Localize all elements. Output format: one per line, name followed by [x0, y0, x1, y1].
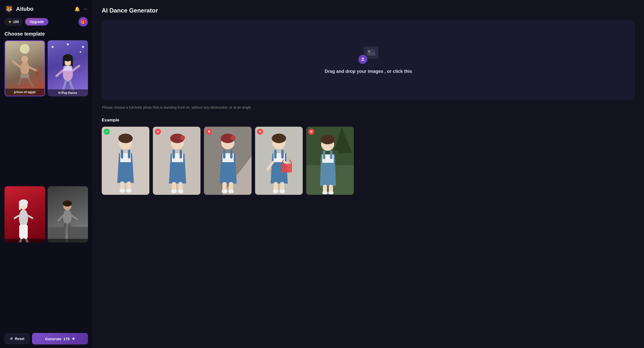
svg-rect-77 — [230, 150, 233, 159]
svg-text:🐯: 🐯 — [6, 6, 12, 12]
svg-point-26 — [19, 209, 28, 227]
generate-label: Generate — [45, 337, 61, 341]
template-card-1[interactable]: prince of egypt — [5, 40, 45, 96]
svg-rect-86 — [274, 150, 277, 159]
svg-line-24 — [70, 81, 73, 90]
example-card-3: ✕ — [204, 127, 252, 195]
svg-line-41 — [58, 216, 63, 221]
example-section: Example — [102, 118, 635, 195]
svg-rect-76 — [223, 150, 226, 159]
app-title: Aitubo — [16, 6, 72, 12]
svg-point-84 — [272, 134, 286, 143]
generate-star-icon: ★ — [72, 336, 75, 341]
svg-point-13 — [67, 43, 69, 45]
upload-icon-wrap — [358, 46, 378, 64]
sidebar: 🐯 Aitubo 🔔 ← ★ 100 Upgrade 🎁 Choose temp… — [0, 0, 93, 348]
sidebar-header: 🐯 Aitubo 🔔 ← — [0, 0, 92, 17]
generate-cost: 175 — [63, 337, 70, 341]
header-icons: 🔔 ← — [74, 6, 88, 12]
svg-rect-57 — [120, 189, 125, 193]
svg-line-5 — [13, 61, 20, 67]
back-icon[interactable]: ← — [83, 7, 88, 12]
svg-rect-68 — [171, 190, 177, 193]
svg-rect-80 — [222, 190, 227, 193]
template-3-label — [5, 239, 45, 242]
svg-rect-87 — [281, 150, 284, 159]
main-content: AI Dance Generator Drag and drop yo — [93, 0, 644, 348]
svg-point-51 — [119, 134, 133, 143]
svg-rect-45 — [367, 49, 375, 56]
svg-point-10 — [35, 70, 39, 76]
template-card-3[interactable] — [5, 186, 45, 242]
svg-rect-96 — [279, 190, 285, 193]
star-icon: ★ — [8, 20, 12, 24]
template-2-label: K-Pop Dance — [48, 89, 88, 96]
svg-rect-48 — [361, 60, 365, 61]
example-grid: ✓ — [102, 127, 635, 195]
svg-rect-53 — [121, 150, 123, 159]
choose-template-title: Choose template — [0, 31, 92, 40]
svg-rect-29 — [19, 202, 21, 210]
page-title: AI Dance Generator — [102, 7, 635, 14]
example-card-5: ✕ — [306, 127, 354, 195]
svg-point-4 — [21, 56, 28, 63]
svg-point-15 — [80, 51, 81, 53]
svg-rect-95 — [273, 190, 278, 193]
svg-line-42 — [71, 216, 77, 219]
gift-button[interactable]: 🎁 — [78, 17, 88, 27]
svg-point-12 — [52, 46, 54, 48]
credits-badge: ★ 100 — [5, 18, 23, 26]
svg-rect-32 — [19, 224, 28, 238]
example-title: Example — [102, 118, 635, 123]
reset-spinner-icon: ↺ — [10, 337, 13, 341]
svg-point-3 — [20, 61, 29, 76]
bell-icon[interactable]: 🔔 — [74, 6, 80, 12]
svg-line-30 — [15, 216, 19, 218]
generate-button[interactable]: Generate 175 ★ — [32, 333, 88, 344]
example-card-4: ✕ — [255, 127, 303, 195]
upgrade-button[interactable]: Upgrade — [25, 18, 48, 26]
svg-point-102 — [320, 135, 335, 144]
upload-text: Drag and drop your images , or click thi… — [325, 69, 412, 74]
example-card-2: ✕ — [153, 127, 200, 195]
svg-point-11 — [36, 68, 39, 71]
svg-point-74 — [231, 135, 236, 140]
svg-rect-81 — [228, 190, 234, 193]
svg-point-2 — [20, 44, 30, 54]
template-card-2[interactable]: K-Pop Dance — [48, 40, 88, 96]
svg-rect-104 — [323, 150, 326, 159]
template-4-label — [48, 239, 88, 242]
svg-rect-69 — [178, 190, 183, 193]
upload-area[interactable]: Drag and drop your images , or click thi… — [102, 20, 635, 100]
svg-rect-109 — [328, 191, 334, 194]
svg-point-62 — [180, 135, 185, 140]
svg-point-38 — [63, 209, 71, 224]
svg-rect-25 — [63, 66, 72, 71]
svg-rect-90 — [281, 164, 292, 173]
reset-label: Reset — [15, 337, 24, 341]
svg-rect-58 — [126, 189, 131, 193]
credits-bar: ★ 100 Upgrade 🎁 — [0, 17, 92, 31]
svg-rect-9 — [20, 74, 29, 78]
app-logo: 🐯 — [5, 5, 14, 14]
svg-line-31 — [28, 216, 32, 218]
upload-circle-icon — [358, 55, 367, 64]
reset-button[interactable]: ↺ Reset — [5, 333, 30, 344]
svg-point-40 — [63, 200, 72, 206]
example-card-1: ✓ — [102, 127, 149, 195]
template-grid: prince of egypt — [0, 40, 92, 329]
svg-point-14 — [82, 46, 84, 48]
template-card-4[interactable] — [48, 186, 88, 242]
svg-rect-54 — [128, 150, 131, 159]
svg-rect-108 — [322, 191, 328, 194]
credits-value: 100 — [13, 20, 19, 24]
svg-rect-64 — [172, 150, 175, 159]
svg-rect-105 — [330, 150, 333, 159]
upload-hint: Please choose a full-body photo that is … — [102, 105, 252, 110]
svg-line-22 — [73, 66, 79, 70]
svg-line-21 — [56, 70, 63, 76]
bottom-bar: ↺ Reset Generate 175 ★ — [0, 329, 92, 348]
svg-rect-65 — [180, 150, 182, 159]
template-1-label: prince of egypt — [5, 89, 44, 96]
